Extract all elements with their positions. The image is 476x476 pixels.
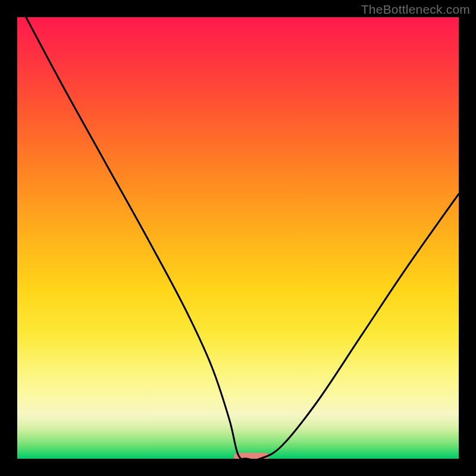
watermark-text: TheBottleneck.com (361, 2, 470, 17)
chart-frame: TheBottleneck.com (0, 0, 476, 476)
bottleneck-curve (26, 17, 459, 459)
plot-area (17, 17, 459, 459)
curve-svg (17, 17, 459, 459)
